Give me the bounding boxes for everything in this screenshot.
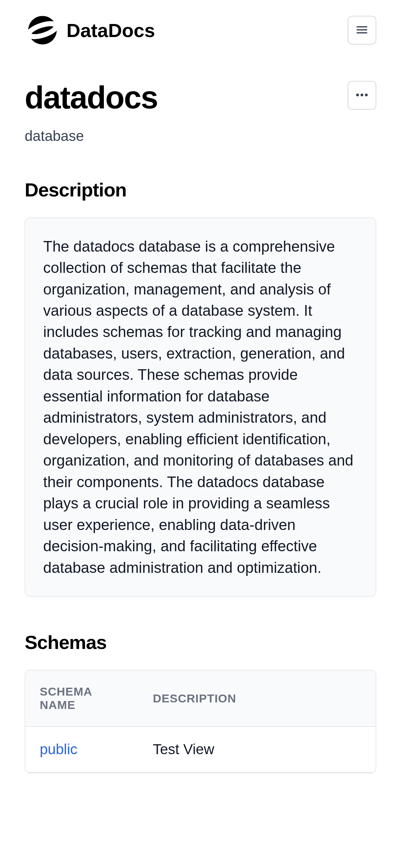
svg-point-5 [356, 93, 359, 96]
column-header-description: DESCRIPTION [138, 671, 376, 726]
page-title: datadocs [25, 81, 158, 114]
column-header-schema-name: SCHEMA NAME [25, 671, 138, 726]
schema-description-cell: Test View [138, 726, 376, 772]
menu-button[interactable] [348, 16, 376, 45]
svg-point-6 [361, 93, 363, 96]
schema-link-public[interactable]: public [40, 741, 77, 757]
hamburger-icon [355, 23, 369, 38]
title-row: datadocs [25, 81, 376, 114]
ellipsis-icon [354, 87, 369, 104]
description-text: The datadocs database is a comprehensive… [43, 236, 358, 579]
description-box: The datadocs database is a comprehensive… [25, 217, 376, 597]
brand-name: DataDocs [66, 19, 155, 41]
app-header: DataDocs [0, 0, 401, 60]
more-actions-button[interactable] [348, 81, 376, 110]
table-row: public Test View [25, 726, 376, 772]
brand-link[interactable]: DataDocs [25, 12, 155, 48]
schemas-table-wrapper: SCHEMA NAME DESCRIPTION public Test View [25, 670, 376, 773]
schemas-table: SCHEMA NAME DESCRIPTION public Test View [25, 671, 376, 773]
main-content: datadocs database Description The datado… [0, 60, 401, 773]
schemas-heading: Schemas [25, 631, 376, 653]
brand-logo-icon [25, 12, 60, 48]
svg-point-7 [365, 93, 368, 96]
description-heading: Description [25, 179, 376, 201]
page-subtitle: database [25, 128, 376, 144]
